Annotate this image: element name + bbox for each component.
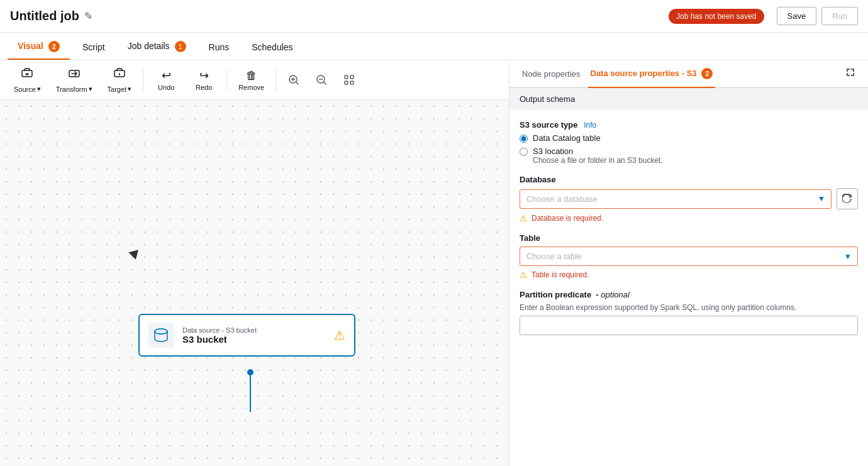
- tab-runs[interactable]: Runs: [199, 36, 240, 60]
- radio-item-data-catalog: Data Catalog table: [520, 133, 858, 143]
- tab-visual[interactable]: Visual 2: [8, 35, 70, 60]
- edit-title-icon[interactable]: ✎: [84, 10, 92, 22]
- database-label: Database: [520, 175, 858, 184]
- target-button[interactable]: Target ▾: [101, 64, 138, 96]
- right-panel: Node properties Data source properties -…: [509, 60, 868, 466]
- remove-button[interactable]: 🗑 Remove: [232, 67, 270, 94]
- node-title: S3 bucket: [182, 334, 325, 345]
- panel-tabs: Node properties Data source properties -…: [509, 60, 868, 88]
- transform-label: Transform: [56, 86, 87, 93]
- partition-sub: Enter a Boolean expression supported by …: [520, 303, 858, 312]
- svg-rect-14: [350, 75, 353, 79]
- radio-s3-location[interactable]: [520, 148, 528, 156]
- radio-data-catalog[interactable]: [520, 135, 528, 143]
- source-button[interactable]: Source ▾: [8, 64, 47, 96]
- tab-job-details[interactable]: Job details 1: [118, 35, 196, 60]
- database-error-msg: ⚠ Database is required.: [520, 213, 858, 223]
- s3-source-type-field: S3 source type Info Data Catalog table S…: [520, 120, 858, 165]
- tab-schedules[interactable]: Schedules: [242, 36, 303, 60]
- panel-tab-data-source-props[interactable]: Data source properties - S3 2: [588, 60, 716, 88]
- svg-rect-15: [345, 81, 348, 84]
- redo-icon: ↪: [199, 69, 209, 82]
- transform-button[interactable]: Transform ▾: [50, 64, 99, 96]
- toolbar-sep-1: [143, 69, 143, 91]
- source-dropdown-arrow: ▾: [37, 85, 41, 93]
- source-icon: [20, 67, 34, 84]
- tab-job-details-badge: 1: [175, 41, 186, 52]
- canvas-toolbar: Source ▾ Transform ▾ Target: [0, 60, 509, 100]
- tab-script[interactable]: Script: [72, 36, 115, 60]
- target-label: Target: [108, 86, 127, 93]
- node-icon: [148, 323, 174, 348]
- partition-field: Partition predicate - optional Enter a B…: [520, 290, 858, 335]
- target-icon: [113, 67, 126, 84]
- svg-line-7: [296, 82, 299, 85]
- panel-tab-badge: 2: [701, 68, 713, 79]
- remove-icon: 🗑: [246, 69, 257, 82]
- remove-label: Remove: [238, 84, 264, 91]
- transform-dropdown-arrow: ▾: [89, 85, 92, 93]
- svg-point-18: [155, 329, 167, 334]
- database-select-row: Choose a database ▼: [520, 188, 858, 209]
- save-button[interactable]: Save: [777, 7, 817, 25]
- table-label: Table: [520, 233, 858, 243]
- toolbar-sep-3: [275, 69, 276, 91]
- panel-tab-node-props[interactable]: Node properties: [520, 62, 583, 87]
- panel-content: S3 source type Info Data Catalog table S…: [509, 110, 868, 345]
- zoom-in-button[interactable]: [281, 70, 306, 90]
- node-subtitle: Data source - S3 bucket: [182, 326, 325, 334]
- undo-label: Undo: [158, 84, 174, 91]
- s3-source-type-info-link[interactable]: Info: [584, 121, 596, 130]
- table-error-msg: ⚠ Table is required.: [520, 270, 858, 280]
- database-field: Database Choose a database ▼ ⚠ Database …: [520, 175, 858, 223]
- radio-data-catalog-label[interactable]: Data Catalog table: [533, 133, 601, 143]
- toolbar-sep-2: [226, 69, 227, 91]
- radio-item-s3-location: S3 location Choose a file or folder in a…: [520, 147, 858, 165]
- node-line: [250, 374, 251, 412]
- cursor-indicator: [128, 250, 140, 261]
- redo-button[interactable]: ↪ Redo: [186, 66, 221, 94]
- database-refresh-button[interactable]: [837, 188, 858, 209]
- table-field: Table Choose a table ▼ ⚠ Table is requir…: [520, 233, 858, 280]
- node-warning-icon: ⚠: [334, 328, 345, 343]
- s3-source-type-label: S3 source type Info: [520, 120, 858, 130]
- unsaved-badge: Job has not been saved: [669, 9, 764, 24]
- node-content: Data source - S3 bucket S3 bucket: [182, 326, 325, 345]
- partition-input[interactable]: [520, 316, 858, 335]
- output-schema-bar: Output schema: [509, 88, 868, 110]
- page-title: Untitled job: [10, 9, 79, 23]
- target-dropdown-arrow: ▾: [128, 85, 131, 93]
- svg-line-11: [324, 82, 326, 85]
- partition-label: Partition predicate - optional: [520, 290, 858, 299]
- radio-group-source-type: Data Catalog table S3 location Choose a …: [520, 133, 858, 165]
- undo-icon: ↩: [162, 69, 171, 82]
- database-select[interactable]: Choose a database: [520, 189, 832, 209]
- svg-rect-16: [350, 81, 353, 84]
- tab-visual-badge: 2: [48, 41, 60, 52]
- table-select[interactable]: Choose a table: [520, 247, 858, 266]
- redo-label: Redo: [196, 84, 212, 91]
- database-select-wrapper: Choose a database ▼: [520, 189, 832, 209]
- source-label: Source: [14, 86, 36, 93]
- transform-icon: [67, 67, 81, 84]
- radio-s3-location-label[interactable]: S3 location Choose a file or folder in a…: [533, 147, 663, 165]
- table-select-wrapper: Choose a table ▼: [520, 247, 858, 266]
- undo-button[interactable]: ↩ Undo: [148, 66, 184, 94]
- main-content: Source ▾ Transform ▾ Target: [0, 60, 868, 466]
- main-tabs: Visual 2 Script Job details 1 Runs Sched…: [0, 33, 868, 60]
- canvas[interactable]: Data source - S3 bucket S3 bucket ⚠: [0, 100, 509, 466]
- table-error-icon: ⚠: [520, 270, 528, 280]
- canvas-area: Source ▾ Transform ▾ Target: [0, 60, 509, 466]
- run-button[interactable]: Run: [821, 7, 858, 25]
- app-header: Untitled job ✎ Job has not been saved Sa…: [0, 0, 868, 33]
- fit-view-button[interactable]: [337, 70, 362, 90]
- database-error-icon: ⚠: [520, 213, 528, 223]
- panel-expand-button[interactable]: [843, 65, 858, 82]
- zoom-out-button[interactable]: [309, 70, 334, 90]
- s3-source-node[interactable]: Data source - S3 bucket S3 bucket ⚠: [138, 314, 355, 357]
- svg-rect-13: [345, 75, 348, 79]
